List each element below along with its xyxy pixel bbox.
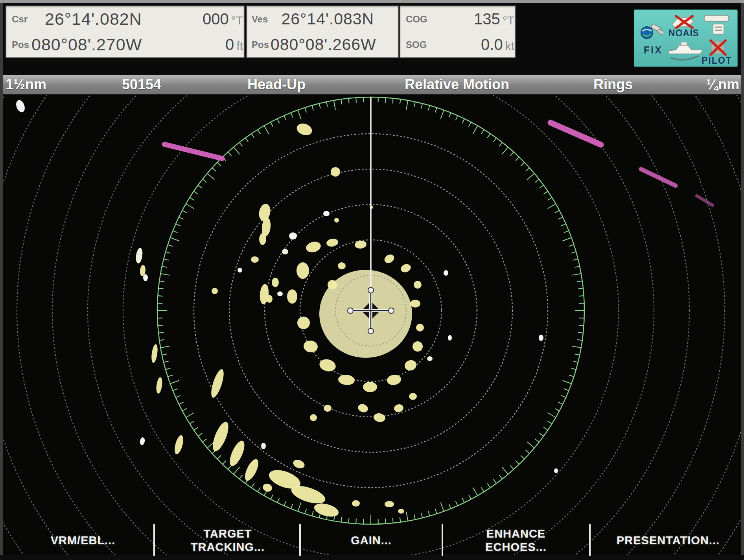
bearing-tick [212, 168, 216, 171]
bearing-tick [543, 191, 548, 194]
radar-echo [297, 317, 310, 329]
bearing-tick [203, 179, 206, 182]
menu-gain-button[interactable]: GAIN... [312, 525, 430, 556]
cursor-pos-label: Pos [12, 39, 29, 50]
bearing-tick [547, 421, 552, 424]
bearing-tick [258, 487, 260, 492]
radar-echo [413, 341, 423, 352]
bearing-tick [487, 483, 490, 488]
ownship-cross-tip [348, 308, 353, 313]
bearing-tick [540, 185, 544, 188]
bearing-tick [571, 368, 576, 370]
bezel-top [0, 0, 744, 3]
orientation-mode[interactable]: Head-Up [227, 75, 326, 94]
radar-echo [444, 270, 448, 276]
bearing-tick [158, 325, 163, 326]
menu-divider [589, 524, 591, 556]
bearing-tick [510, 466, 514, 470]
bearing-tick [558, 402, 563, 404]
bearing-tick [561, 396, 566, 398]
bearing-tick [540, 433, 544, 437]
bearing-tick [264, 126, 269, 134]
bearing-tick [526, 450, 530, 454]
motion-mode[interactable]: Relative Motion [388, 75, 526, 94]
bearing-tick [569, 245, 574, 246]
bearing-tick [182, 210, 187, 213]
instrument-icon[interactable] [703, 14, 731, 37]
bearing-tick [251, 134, 254, 138]
bearing-tick [572, 346, 581, 348]
radar-echo [155, 377, 163, 394]
menu-presentation-button[interactable]: PRESENTATION... [603, 525, 733, 556]
bearing-tick [164, 259, 169, 260]
ring-interval-readout[interactable]: ¼nm [688, 75, 739, 94]
bearing-tick [502, 147, 508, 154]
bearing-tick [312, 105, 313, 110]
bearing-tick [575, 266, 580, 267]
radar-echo [305, 240, 322, 254]
rings-label[interactable]: Rings [574, 75, 652, 94]
radar-display-screen: Csr 26°14'.082N 000°T Pos 080°08'.270W 0… [0, 0, 744, 560]
radar-echo [357, 403, 369, 414]
radar-echo [282, 249, 288, 254]
bearing-tick [258, 130, 260, 134]
bearing-tick [160, 274, 170, 275]
bearing-tick [245, 138, 249, 142]
bearing-tick [555, 210, 559, 213]
boat-icon[interactable] [667, 39, 703, 63]
bearing-tick [547, 204, 556, 209]
bearing-tick [182, 409, 187, 411]
bearing-tick [251, 483, 254, 488]
interference-streak [164, 144, 222, 158]
bearing-tick [277, 119, 280, 123]
bearing-tick [543, 427, 548, 430]
bearing-tick [166, 252, 170, 253]
menu-target-tracking-button[interactable]: TARGET TRACKING... [169, 525, 287, 556]
cursor-depth: 0ft [225, 36, 243, 53]
gps-fix-icon[interactable] [638, 22, 663, 42]
bearing-tick [160, 346, 170, 348]
bearing-tick [176, 224, 180, 226]
bearing-tick [392, 98, 393, 103]
menu-enhance-echoes-button[interactable]: ENHANCE ECHOES... [457, 525, 575, 556]
menu-vrm-ebl-button[interactable]: VRM/EBL... [24, 525, 142, 556]
bearing-tick [166, 368, 170, 370]
radar-echo [539, 335, 543, 341]
range-readout[interactable]: 1½nm [6, 75, 76, 94]
radar-echo [261, 443, 266, 449]
radar-echo [272, 278, 279, 287]
radar-echo [328, 280, 337, 289]
bearing-tick [578, 332, 583, 333]
bearing-tick [561, 224, 566, 226]
ownship-cross-tip [389, 308, 394, 313]
bearing-tick [223, 461, 226, 464]
bearing-tick [527, 173, 534, 179]
bearing-tick [158, 332, 164, 333]
bearing-tick [194, 427, 198, 430]
cursor-latitude: 26°14'.082N [45, 9, 142, 29]
bearing-tick [239, 142, 243, 146]
bearing-tick [400, 517, 401, 522]
radar-echo [393, 403, 404, 413]
radar-echo [212, 288, 218, 294]
radar-echo [238, 268, 242, 273]
bearing-tick [170, 381, 179, 384]
cog-value: 135°T [474, 10, 514, 28]
bearing-tick [469, 495, 471, 499]
status-bar: 1½nm 50154 Head-Up Relative Motion Rings… [3, 75, 741, 95]
radar-echo [295, 122, 313, 137]
bearing-tick [190, 197, 194, 200]
cog-label: COG [406, 14, 427, 25]
radar-echo [310, 414, 317, 421]
bearing-tick [179, 217, 184, 219]
bearing-tick [356, 519, 356, 524]
radar-echo [303, 339, 319, 354]
bearing-tick [502, 467, 508, 474]
bearing-tick [173, 389, 178, 391]
radar-echo [331, 167, 340, 177]
menu-divider [153, 524, 155, 556]
bearing-tick [319, 103, 320, 109]
bearing-tick [558, 217, 563, 219]
bearing-tick [462, 498, 464, 503]
bezel-right [741, 3, 744, 555]
